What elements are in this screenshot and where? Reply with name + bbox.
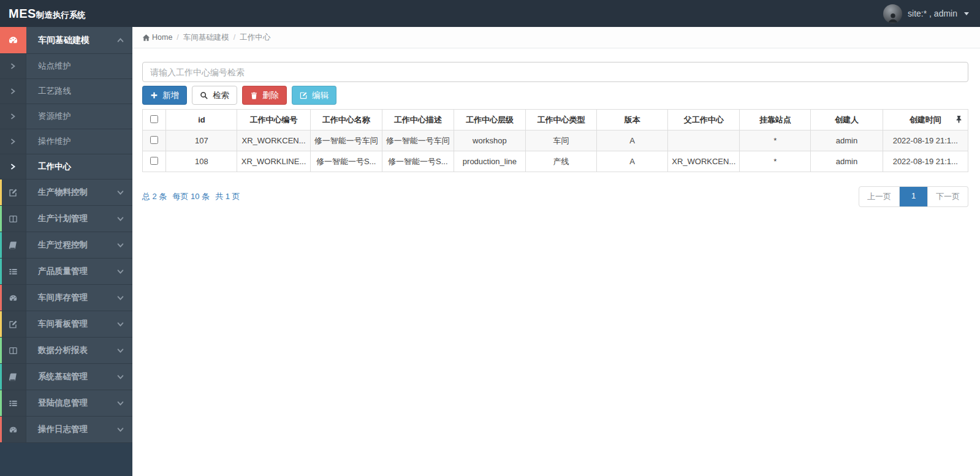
cell-site: * [740, 151, 811, 172]
col-work-center-code: 工作中心编号 [237, 110, 310, 130]
table-header-row: id 工作中心编号 工作中心名称 工作中心描述 工作中心层级 工作中心类型 版本… [143, 110, 968, 130]
search-icon [200, 91, 208, 100]
color-strip [0, 338, 2, 363]
next-page-button[interactable]: 下一页 [928, 186, 968, 207]
cell-create-time: 2022-08-19 21:1... [883, 151, 968, 172]
sidebar-item-operation-log-management[interactable]: 操作日志管理 [0, 417, 132, 443]
list-icon [9, 399, 18, 408]
work-center-panel: 新增 检索 删除 编辑 [132, 48, 980, 207]
trash-icon [250, 91, 258, 100]
delete-button[interactable]: 删除 [242, 86, 287, 105]
app-logo-text: 制造执行系统 [36, 10, 86, 21]
caret-down-icon [964, 12, 969, 15]
edit-icon [300, 91, 308, 99]
breadcrumb-separator: / [177, 33, 178, 42]
color-strip [0, 232, 2, 258]
sidebar-item-site-maintenance[interactable]: 站点维护 [0, 54, 132, 79]
table-row: 107 XR_WORKCEN... 修一智能一号车间 修一智能一号车间 work… [143, 130, 968, 151]
chevron-right-icon [0, 129, 26, 154]
col-work-center-desc: 工作中心描述 [382, 110, 454, 130]
sidebar-item-system-basic-management[interactable]: 系统基础管理 [0, 364, 132, 390]
dashboard-icon [9, 293, 18, 303]
sidebar: 车间基础建模 站点维护 工艺路线 资源维护 操作维护 工作中心 生产物料控制 生… [0, 27, 132, 476]
toolbar: 新增 检索 删除 编辑 [142, 86, 968, 105]
pagination: 总 2 条 每页 10 条 共 1 页 上一页 1 下一页 [142, 186, 968, 207]
page-1-button[interactable]: 1 [900, 186, 928, 207]
columns-icon [9, 346, 18, 355]
col-attached-site: 挂靠站点 [740, 110, 811, 130]
row-checkbox[interactable] [150, 136, 158, 144]
user-menu[interactable]: site:* , admin [883, 4, 969, 23]
app-logo: MES制造执行系统 [9, 7, 86, 21]
app-logo-bold: MES [9, 7, 36, 21]
sidebar-item-process-route[interactable]: 工艺路线 [0, 79, 132, 104]
color-strip [0, 417, 2, 442]
plus-icon [150, 91, 158, 99]
breadcrumb-home[interactable]: Home [142, 33, 172, 42]
col-version: 版本 [597, 110, 668, 130]
sidebar-item-workshop-inventory-management[interactable]: 车间库存管理 [0, 285, 132, 311]
chevron-down-icon [117, 338, 124, 363]
top-bar: MES制造执行系统 site:* , admin [0, 0, 980, 27]
breadcrumb-level1[interactable]: 车间基础建模 [183, 32, 229, 43]
chevron-down-icon [117, 285, 124, 311]
chevron-up-icon [117, 27, 124, 53]
work-center-table: id 工作中心编号 工作中心名称 工作中心描述 工作中心层级 工作中心类型 版本… [142, 109, 968, 172]
sidebar-item-product-quality-management[interactable]: 产品质量管理 [0, 259, 132, 285]
pushpin-icon[interactable] [955, 115, 962, 125]
cell-id: 108 [166, 151, 237, 172]
row-checkbox[interactable] [150, 157, 158, 165]
cell-create-time: 2022-08-19 21:1... [883, 130, 968, 151]
cell-type: 产线 [525, 151, 596, 172]
cell-name: 修一智能一号S... [310, 151, 382, 172]
color-strip [0, 285, 2, 311]
page-count: 共 1 页 [215, 191, 240, 202]
sidebar-item-login-info-management[interactable]: 登陆信息管理 [0, 390, 132, 417]
cell-code: XR_WORKLINE... [237, 151, 310, 172]
page-size: 每页 10 条 [172, 191, 210, 202]
cell-site: * [740, 130, 811, 151]
chevron-right-icon [0, 79, 26, 104]
add-button[interactable]: 新增 [142, 86, 187, 105]
select-all-checkbox[interactable] [150, 115, 158, 123]
search-input[interactable] [142, 62, 968, 82]
user-label: site:* , admin [908, 9, 957, 18]
color-strip [0, 179, 2, 205]
sidebar-item-workshop-kanban-management[interactable]: 车间看板管理 [0, 311, 132, 338]
sidebar-item-operation-maintenance[interactable]: 操作维护 [0, 129, 132, 154]
chevron-down-icon [117, 179, 124, 205]
breadcrumb: Home / 车间基础建模 / 工作中心 [132, 27, 980, 48]
book-icon [9, 241, 18, 250]
breadcrumb-separator: / [234, 33, 235, 42]
sidebar-item-production-plan-management[interactable]: 生产计划管理 [0, 206, 132, 232]
sidebar-item-production-material-control[interactable]: 生产物料控制 [0, 179, 132, 206]
cell-name: 修一智能一号车间 [310, 130, 382, 151]
sidebar-item-production-process-control[interactable]: 生产过程控制 [0, 232, 132, 259]
sidebar-item-resource-maintenance[interactable]: 资源维护 [0, 104, 132, 129]
select-all-cell [143, 110, 166, 130]
cell-level: production_line [454, 151, 525, 172]
sidebar-group-workshop-basic-modeling[interactable]: 车间基础建模 [0, 27, 132, 54]
cell-code: XR_WORKCEN... [237, 130, 310, 151]
prev-page-button[interactable]: 上一页 [859, 186, 900, 207]
edit-button[interactable]: 编辑 [292, 86, 336, 105]
color-strip [0, 206, 2, 232]
chevron-down-icon [117, 417, 124, 442]
col-work-center-level: 工作中心层级 [454, 110, 525, 130]
chevron-down-icon [117, 206, 124, 232]
search-button[interactable]: 检索 [192, 86, 237, 105]
cell-creator: admin [811, 151, 883, 172]
pencil-square-icon [9, 320, 18, 329]
cell-parent [668, 130, 740, 151]
col-work-center-type: 工作中心类型 [525, 110, 596, 130]
sidebar-item-work-center[interactable]: 工作中心 [0, 154, 132, 179]
dashboard-icon [8, 35, 18, 45]
sidebar-item-data-analysis-report[interactable]: 数据分析报表 [0, 338, 132, 364]
columns-icon [9, 214, 18, 224]
cell-id: 107 [166, 130, 237, 151]
col-work-center-name: 工作中心名称 [310, 110, 382, 130]
table-row: 108 XR_WORKLINE... 修一智能一号S... 修一智能一号S...… [143, 151, 968, 172]
dashboard-icon [9, 425, 18, 434]
pencil-square-icon [9, 188, 18, 197]
cell-version: A [597, 130, 668, 151]
